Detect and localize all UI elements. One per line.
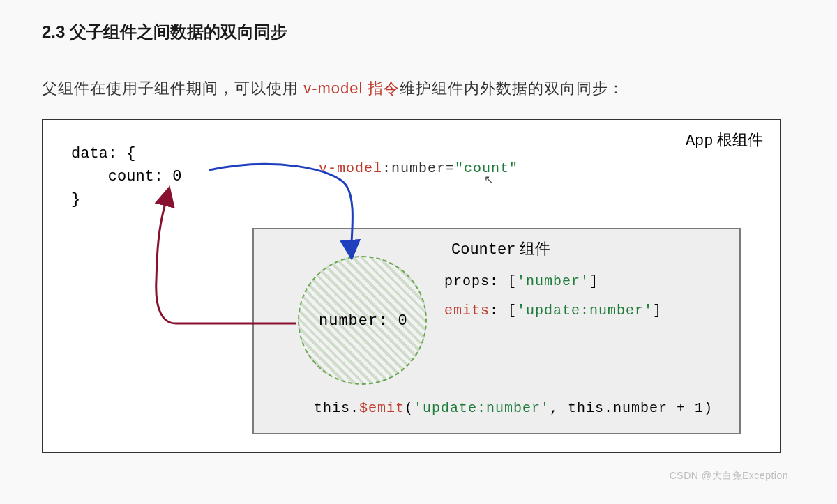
app-data-block: data: { count: 0 }: [71, 142, 181, 211]
watermark: CSDN @大白兔Exception: [670, 470, 788, 481]
diagram: App 根组件 data: { count: 0 } v-model:numbe…: [42, 119, 781, 467]
vmodel-mid: :number=: [382, 160, 455, 176]
app-root-box: App 根组件 data: { count: 0 } v-model:numbe…: [42, 119, 781, 453]
emit-call-line: this.$emit('update:number', this.number …: [314, 400, 713, 416]
app-label-code: App: [686, 132, 714, 150]
section-heading: 2.3 父子组件之间数据的双向同步: [42, 21, 795, 43]
cursor-icon: ↖: [484, 173, 493, 186]
emit-call-rest: , this.number + 1): [550, 400, 713, 416]
emits-close: ]: [653, 303, 662, 319]
counter-label-code: Counter: [451, 241, 515, 259]
app-label: App 根组件: [686, 130, 763, 151]
app-label-cn: 根组件: [714, 131, 764, 148]
intro-before: 父组件在使用子组件期间，可以使用: [42, 79, 303, 97]
emits-value: 'update:number': [517, 303, 653, 319]
props-label: props: [: [444, 273, 517, 289]
emits-label: emits: [444, 303, 490, 319]
emits-mid: : [: [490, 303, 517, 319]
props-close: ]: [589, 273, 598, 289]
props-declaration: props: ['number']: [444, 273, 598, 289]
intro-paragraph: 父组件在使用子组件期间，可以使用 v-model 指令维护组件内外数据的双向同步…: [42, 78, 795, 99]
counter-label-cn: 组件: [515, 240, 550, 257]
vmodel-directive: v-model: [319, 160, 382, 176]
number-prop-text: number: 0: [319, 312, 408, 330]
emit-call-method: $emit: [359, 400, 405, 416]
counter-label: Counter 组件: [451, 238, 550, 259]
intro-highlight: v-model 指令: [303, 79, 400, 97]
emit-call-open: (: [405, 400, 414, 416]
intro-after: 维护组件内外数据的双向同步：: [400, 79, 624, 97]
emit-call-event: 'update:number': [414, 400, 550, 416]
emit-call-pre: this.: [314, 400, 359, 416]
props-value: 'number': [517, 273, 589, 289]
emits-declaration: emits: ['update:number']: [444, 303, 662, 319]
